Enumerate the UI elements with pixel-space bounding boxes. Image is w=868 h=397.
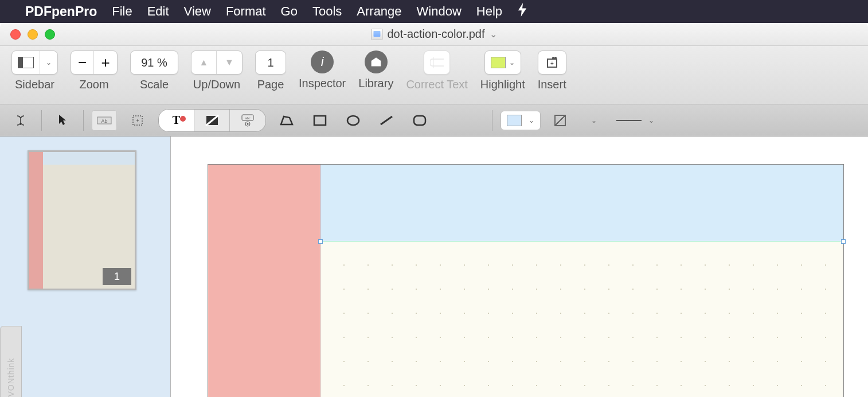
text-cursor-tool[interactable] [8,110,33,131]
line-weight-picker[interactable]: ⌄ [611,111,660,130]
rectangle-tool[interactable] [307,110,333,131]
tool-row: Ab T abc ⌄ ⌄ ⌄ [0,104,868,137]
library-icon [370,56,382,68]
insert-icon: + [544,56,560,69]
content-area: 1 DEVONthink [0,137,868,397]
svg-rect-17 [314,116,326,125]
main-toolbar: ⌄ Sidebar − + Zoom 91 % Scale ▲ ▼ Up/Dow… [0,46,868,104]
scale-group: 91 % Scale [130,50,178,91]
inspector-group: i Inspector [299,50,346,90]
page-dot-grid [320,242,843,397]
document-title: dot-action-color.pdf [387,28,484,41]
zoom-in-button[interactable]: + [94,51,117,74]
crop-tool[interactable] [125,110,150,131]
title-dropdown-icon[interactable]: ⌄ [490,29,497,40]
highlight-button[interactable]: ⌄ [484,50,521,75]
library-group: Library [358,50,393,90]
menu-help[interactable]: Help [476,4,502,19]
sidebar-group: ⌄ Sidebar [11,50,58,91]
page-label: Page [257,78,284,91]
zoom-out-button[interactable]: − [71,51,94,74]
document-canvas[interactable] [171,137,868,397]
thumb-page-number: 1 [103,268,131,285]
insert-button[interactable]: + [538,50,566,75]
insert-group: + Insert [538,50,566,91]
menu-file[interactable]: File [112,4,132,19]
sidebar-label: Sidebar [15,78,54,91]
zoom-group: − + Zoom [71,50,118,91]
page-input[interactable]: 1 [256,51,286,74]
svg-text:+: + [550,60,554,67]
stamp-tool[interactable]: abc [230,110,265,131]
svg-rect-20 [414,116,425,125]
svg-text:Ab: Ab [101,118,107,124]
chevron-down-icon: ⌄ [591,116,597,124]
menu-window[interactable]: Window [417,4,462,19]
selection-handle[interactable] [841,239,846,244]
page-up-button[interactable]: ▲ [191,51,217,74]
inspector-label: Inspector [299,77,346,90]
ocr-icon [430,57,444,68]
menu-view[interactable]: View [184,4,211,19]
thumb-left-region [29,152,43,289]
ellipse-tool[interactable] [341,110,366,131]
text-annotation-tool[interactable]: T [159,110,194,131]
updown-label: Up/Down [193,78,240,91]
fill-color-picker[interactable]: ⌄ [501,111,541,130]
chevron-down-icon: ⌄ [648,116,654,124]
thumb-top-region [43,152,135,165]
select-tool[interactable] [50,110,75,131]
page-left-region[interactable] [208,165,320,397]
document-proxy-icon[interactable] [371,29,382,40]
redact-tool[interactable] [194,110,230,131]
pdf-page[interactable] [208,164,844,397]
window-titlebar: dot-action-color.pdf ⌄ [0,23,868,46]
sidebar-icon [18,57,34,68]
fill-color-swatch [507,115,522,126]
svg-rect-1 [18,57,23,68]
svg-rect-2 [430,59,444,66]
line-tool[interactable] [374,110,399,131]
minimize-button[interactable] [28,29,38,40]
line-weight-icon [616,120,642,121]
svg-point-16 [247,123,249,124]
rounded-rect-tool[interactable] [407,110,432,131]
correct-text-button [424,51,449,74]
separator [492,110,492,131]
highlight-label: Highlight [480,78,525,91]
page-down-button[interactable]: ▼ [217,51,242,74]
stroke-style-picker[interactable]: ⌄ [549,111,603,130]
window-title[interactable]: dot-action-color.pdf ⌄ [371,28,496,41]
macos-menubar: PDFpenPro File Edit View Format Go Tools… [0,0,868,23]
svg-line-19 [381,116,392,124]
polygon-tool[interactable] [274,110,299,131]
selection-handle[interactable] [318,239,323,244]
devonthink-tab[interactable]: DEVONthink [0,326,22,397]
sidebar-button[interactable]: ⌄ [11,50,58,75]
menu-arrange[interactable]: Arrange [357,4,401,19]
zoom-button[interactable] [45,29,55,40]
highlight-text-tool[interactable]: Ab [92,110,117,131]
menu-tools[interactable]: Tools [312,4,342,19]
highlight-swatch [491,57,506,68]
page-thumbnail[interactable]: 1 [28,150,136,290]
zoom-label: Zoom [79,78,108,91]
chevron-down-icon: ⌄ [46,59,52,67]
menu-edit[interactable]: Edit [147,4,169,19]
library-label: Library [358,77,393,90]
page-top-region[interactable] [320,165,843,242]
inspector-button[interactable]: i [311,50,334,73]
menu-format[interactable]: Format [226,4,266,19]
scale-input[interactable]: 91 % [131,51,178,74]
updown-group: ▲ ▼ Up/Down [191,50,243,91]
traffic-lights [10,29,55,40]
app-name[interactable]: PDFpenPro [25,4,97,20]
scale-label: Scale [140,78,169,91]
library-button[interactable] [365,50,388,73]
menubar-extra-icon[interactable] [517,3,527,20]
close-button[interactable] [10,29,21,40]
page-group: 1 Page [255,50,286,91]
svg-point-18 [347,116,359,125]
menu-go[interactable]: Go [281,4,298,19]
chevron-down-icon: ⌄ [509,59,515,67]
